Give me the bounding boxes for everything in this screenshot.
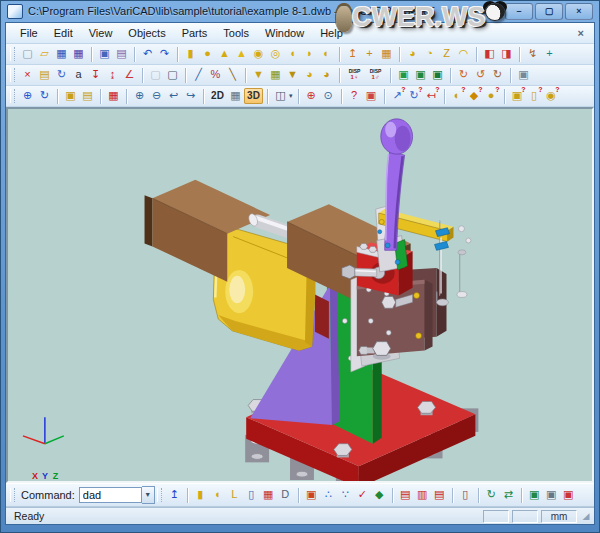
menu-item-parts[interactable]: Parts: [174, 25, 216, 41]
resize-grip[interactable]: ◢: [580, 510, 592, 522]
menu-item-window[interactable]: Window: [257, 25, 312, 41]
pattern-cross-icon[interactable]: +: [541, 46, 558, 62]
assembly-tool-icon[interactable]: ▣: [363, 88, 380, 104]
rotate-view-icon[interactable]: ↻: [36, 88, 53, 104]
export-view-icon[interactable]: ↥: [166, 487, 183, 503]
paste-icon[interactable]: ▤: [113, 46, 130, 62]
visibility-percent-icon[interactable]: %: [207, 67, 224, 83]
cmd-refresh-icon[interactable]: ↻: [483, 487, 500, 503]
cmd-gate-icon[interactable]: ▯: [243, 487, 260, 503]
rotate-tool-3-icon[interactable]: ↻: [489, 67, 506, 83]
insert-solid-3-icon[interactable]: ▣: [429, 67, 446, 83]
command-dropdown-icon[interactable]: ▼: [142, 486, 155, 504]
solid-cylinder-icon[interactable]: ●: [199, 46, 216, 62]
menu-item-file[interactable]: File: [12, 25, 46, 41]
rotate-tool-icon[interactable]: ↻: [455, 67, 472, 83]
save-icon[interactable]: ▦: [53, 46, 70, 62]
tolerance-2-icon[interactable]: ▯?: [526, 88, 543, 104]
solid-half-cylinder-icon[interactable]: ◐: [318, 46, 335, 62]
paste-solids-icon[interactable]: ▤: [79, 88, 96, 104]
solid-elbow-icon[interactable]: ◖: [284, 46, 301, 62]
cone-section-icon[interactable]: ◔: [421, 46, 438, 62]
open-folder-icon[interactable]: ▱: [36, 46, 53, 62]
pen-edit-icon[interactable]: ╲: [224, 67, 241, 83]
undo-icon[interactable]: ↶: [139, 46, 156, 62]
solid-cone-tube-icon[interactable]: ◎: [267, 46, 284, 62]
sphere-section-icon[interactable]: ◕: [404, 46, 421, 62]
cmd-elbow-icon[interactable]: ◖: [209, 487, 226, 503]
zoom-in-red-icon[interactable]: ⊕: [303, 88, 320, 104]
close-button[interactable]: ×: [565, 3, 593, 20]
tolerance-3-icon[interactable]: ◉?: [543, 88, 560, 104]
rotate-solid-icon[interactable]: ↻: [53, 67, 70, 83]
zoom-window-icon[interactable]: ⊕: [131, 88, 148, 104]
view-panel-icon[interactable]: ▦: [227, 88, 244, 104]
display-mode-1-icon[interactable]: DISP1♀: [344, 67, 365, 83]
menu-item-edit[interactable]: Edit: [46, 25, 81, 41]
cmd-l-profile-icon[interactable]: L: [226, 487, 243, 503]
check-cylinder-icon[interactable]: ●?: [483, 88, 500, 104]
insert-solid-2-icon[interactable]: ▣: [412, 67, 429, 83]
view-3d-icon[interactable]: 3D: [244, 88, 263, 104]
command-bar-grip[interactable]: [10, 488, 15, 502]
cmd-links-2-icon[interactable]: ∵: [337, 487, 354, 503]
cmd-list-2-icon[interactable]: ▥: [414, 487, 431, 503]
copy-attach-icon[interactable]: ▣: [515, 67, 532, 83]
copy-icon[interactable]: ▣: [96, 46, 113, 62]
zoom-previous-icon[interactable]: ↩: [165, 88, 182, 104]
identify-solid-icon[interactable]: ?: [346, 88, 363, 104]
menu-item-objects[interactable]: Objects: [120, 25, 173, 41]
wire-cube-icon[interactable]: ▢: [164, 67, 181, 83]
anchor-group-icon[interactable]: ↨: [104, 67, 121, 83]
move-solid-icon[interactable]: ▤: [36, 67, 53, 83]
anchor-solid-icon[interactable]: ↧: [87, 67, 104, 83]
thread-tool-icon[interactable]: ▦: [267, 67, 284, 83]
menu-item-view[interactable]: View: [81, 25, 121, 41]
transform-solid-icon[interactable]: ▦: [105, 88, 122, 104]
measure-tool-icon[interactable]: ∠: [121, 67, 138, 83]
save-all-icon[interactable]: ▦: [70, 46, 87, 62]
minimize-button[interactable]: –: [505, 3, 533, 20]
cmd-list-3-icon[interactable]: ▤: [431, 487, 448, 503]
drill-tool-icon[interactable]: ↯: [524, 46, 541, 62]
check-axis-icon[interactable]: ↗?: [389, 88, 406, 104]
drill-bit-2-icon[interactable]: ▼: [284, 67, 301, 83]
cmd-container-icon[interactable]: ▯: [457, 487, 474, 503]
document-close-icon[interactable]: ×: [574, 27, 588, 39]
profile-z-icon[interactable]: Z: [438, 46, 455, 62]
command-input[interactable]: [79, 487, 142, 503]
zoom-detail-icon[interactable]: ⊙: [320, 88, 337, 104]
insert-solid-icon[interactable]: ▣: [395, 67, 412, 83]
view-cube-dropdown-icon[interactable]: ▾: [289, 92, 293, 100]
edit-solid-red-icon[interactable]: ◧: [481, 46, 498, 62]
view-cube-icon[interactable]: ◫: [272, 88, 289, 104]
zoom-next-icon[interactable]: ↪: [182, 88, 199, 104]
profile-bend-icon[interactable]: ◠: [455, 46, 472, 62]
cmd-box-icon[interactable]: ▮: [192, 487, 209, 503]
copy-solids-icon[interactable]: ▣: [62, 88, 79, 104]
solid-boolean-add-icon[interactable]: +: [361, 46, 378, 62]
solid-cone-icon[interactable]: ▲: [233, 46, 250, 62]
solid-frustum-icon[interactable]: ▲: [216, 46, 233, 62]
pen-colors-icon[interactable]: ╱: [190, 67, 207, 83]
delete-solid-icon[interactable]: ×: [19, 67, 36, 83]
solid-pattern-icon[interactable]: ▦: [378, 46, 395, 62]
cmd-links-icon[interactable]: ∴: [320, 487, 337, 503]
blend-sphere-icon[interactable]: ◕: [301, 67, 318, 83]
tolerance-1-icon[interactable]: ▣?: [509, 88, 526, 104]
solid-box-icon[interactable]: ▮: [182, 46, 199, 62]
cmd-delete-x-icon[interactable]: ▣: [560, 487, 577, 503]
cmd-droplet-icon[interactable]: ◆: [371, 487, 388, 503]
zoom-out-icon[interactable]: ⊖: [148, 88, 165, 104]
cmd-verify-icon[interactable]: ✓: [354, 487, 371, 503]
viewport-3d[interactable]: XYZ: [6, 107, 594, 483]
maximize-button[interactable]: ▢: [535, 3, 563, 20]
solid-extrude-icon[interactable]: ↥: [344, 46, 361, 62]
blend-sphere-2-icon[interactable]: ◕: [318, 67, 335, 83]
edit-solid-red-2-icon[interactable]: ◨: [498, 46, 515, 62]
cmd-list-1-icon[interactable]: ▤: [397, 487, 414, 503]
menu-item-tools[interactable]: Tools: [215, 25, 257, 41]
redo-icon[interactable]: ↷: [156, 46, 173, 62]
cmd-d-profile-icon[interactable]: D: [277, 487, 294, 503]
solid-elbow-2-icon[interactable]: ◗: [301, 46, 318, 62]
